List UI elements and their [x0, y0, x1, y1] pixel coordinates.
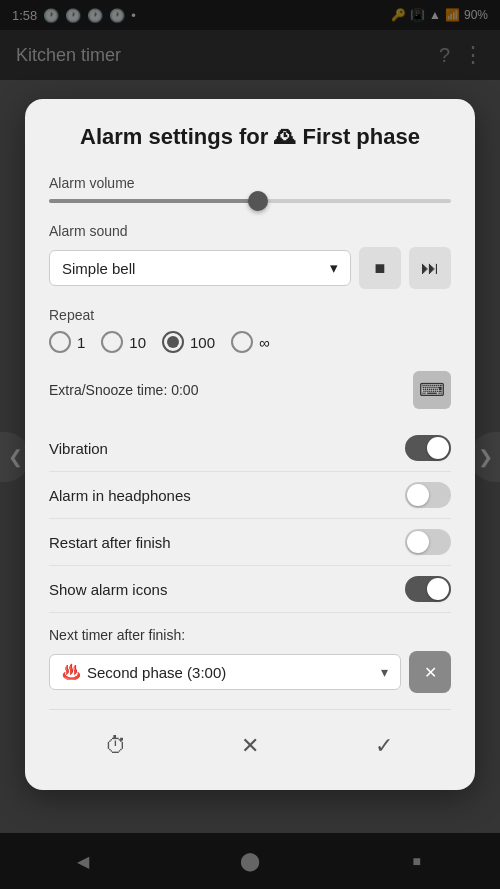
repeat-label: Repeat [49, 307, 451, 323]
play-icon: ⏭ [421, 258, 439, 279]
cancel-button[interactable]: ✕ [226, 722, 274, 770]
next-timer-row: ♨️ Second phase (3:00) ▾ ✕ [49, 651, 451, 693]
show-alarm-icons-toggle-thumb [427, 578, 449, 600]
vibration-toggle-thumb [427, 437, 449, 459]
dialog-actions: ⏱ ✕ ✓ [49, 709, 451, 770]
alarm-headphones-label: Alarm in headphones [49, 487, 191, 504]
repeat-options: 1 10 100 ∞ [49, 331, 451, 353]
stop-sound-button[interactable]: ■ [359, 247, 401, 289]
radio-circle-1[interactable] [49, 331, 71, 353]
cancel-icon: ✕ [241, 733, 259, 759]
next-timer-section: Next timer after finish: ♨️ Second phase… [49, 627, 451, 693]
confirm-button[interactable]: ✓ [360, 722, 408, 770]
repeat-option-10[interactable]: 10 [101, 331, 146, 353]
next-timer-emoji: ♨️ [62, 663, 81, 681]
show-alarm-icons-row: Show alarm icons [49, 566, 451, 613]
restart-after-finish-label: Restart after finish [49, 534, 171, 551]
extra-snooze-row: Extra/Snooze time: 0:00 ⌨ [49, 371, 451, 409]
next-timer-chevron-icon: ▾ [381, 664, 388, 680]
alarm-headphones-toggle-thumb [407, 484, 429, 506]
alarm-volume-label: Alarm volume [49, 175, 451, 191]
extra-snooze-label: Extra/Snooze time: 0:00 [49, 382, 198, 398]
repeat-value-100: 100 [190, 334, 215, 351]
next-timer-selector[interactable]: ♨️ Second phase (3:00) ▾ [49, 654, 401, 690]
repeat-value-10: 10 [129, 334, 146, 351]
timer-action-button[interactable]: ⏱ [92, 722, 140, 770]
vibration-label: Vibration [49, 440, 108, 457]
radio-circle-100[interactable] [162, 331, 184, 353]
clear-icon: ✕ [424, 663, 437, 682]
restart-after-finish-toggle[interactable] [405, 529, 451, 555]
restart-after-finish-row: Restart after finish [49, 519, 451, 566]
alarm-volume-section: Alarm volume [49, 175, 451, 203]
vibration-row: Vibration [49, 425, 451, 472]
dialog-title: Alarm settings for 🕰 First phase [49, 123, 451, 152]
repeat-value-inf: ∞ [259, 334, 270, 351]
play-sound-button[interactable]: ⏭ [409, 247, 451, 289]
keyboard-button[interactable]: ⌨ [413, 371, 451, 409]
sound-value: Simple bell [62, 260, 135, 277]
sound-selector[interactable]: Simple bell ▾ [49, 250, 351, 286]
radio-circle-10[interactable] [101, 331, 123, 353]
volume-slider-track[interactable] [49, 199, 451, 203]
sound-dropdown-icon: ▾ [330, 259, 338, 277]
volume-slider-thumb[interactable] [248, 191, 268, 211]
alarm-headphones-row: Alarm in headphones [49, 472, 451, 519]
restart-after-finish-toggle-thumb [407, 531, 429, 553]
stop-icon: ■ [375, 258, 386, 279]
modal-overlay: Alarm settings for 🕰 First phase Alarm v… [0, 0, 500, 889]
repeat-value-1: 1 [77, 334, 85, 351]
next-timer-value: Second phase (3:00) [87, 664, 226, 681]
alarm-settings-dialog: Alarm settings for 🕰 First phase Alarm v… [25, 99, 475, 791]
alarm-sound-section: Alarm sound Simple bell ▾ ■ ⏭ [49, 223, 451, 289]
alarm-sound-label: Alarm sound [49, 223, 451, 239]
timer-icon: ⏱ [105, 733, 127, 759]
repeat-option-100[interactable]: 100 [162, 331, 215, 353]
clear-next-timer-button[interactable]: ✕ [409, 651, 451, 693]
volume-slider-fill [49, 199, 258, 203]
vibration-toggle[interactable] [405, 435, 451, 461]
repeat-option-1[interactable]: 1 [49, 331, 85, 353]
radio-circle-inf[interactable] [231, 331, 253, 353]
show-alarm-icons-label: Show alarm icons [49, 581, 167, 598]
keyboard-icon: ⌨ [419, 379, 445, 401]
repeat-section: Repeat 1 10 100 ∞ [49, 307, 451, 353]
confirm-icon: ✓ [375, 733, 393, 759]
next-timer-label: Next timer after finish: [49, 627, 451, 643]
show-alarm-icons-toggle[interactable] [405, 576, 451, 602]
repeat-option-inf[interactable]: ∞ [231, 331, 270, 353]
alarm-headphones-toggle[interactable] [405, 482, 451, 508]
alarm-sound-row: Simple bell ▾ ■ ⏭ [49, 247, 451, 289]
